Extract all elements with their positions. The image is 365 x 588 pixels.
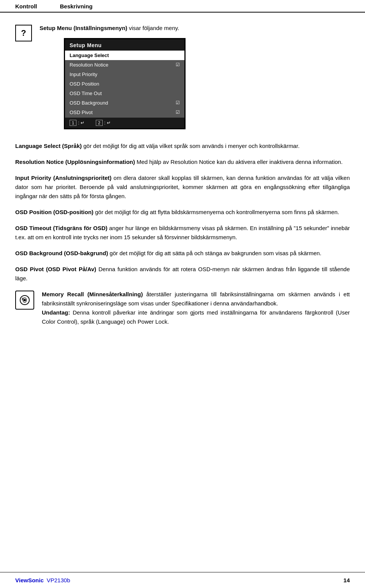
brand-name: ViewSonic — [15, 577, 44, 583]
osd-background-label: OSD Background (OSD-bakgrund) — [15, 250, 108, 256]
memory-recall-icon — [15, 291, 34, 310]
osd-item-language-select: Language Select — [65, 51, 184, 60]
memory-recall-text: Memory Recall (Minnesåterkallning) åters… — [42, 290, 350, 326]
setup-menu-suffix: visar följande meny. — [127, 25, 179, 31]
osd-background-text: gör det möjligt för dig att sätta på och… — [108, 250, 321, 256]
osd-item-osd-pivot: OSD Pivot ☑ — [65, 108, 184, 117]
osd-item-osd-background: OSD Background ☑ — [65, 98, 184, 108]
osd-item-input-priority: Input Priority — [65, 70, 184, 79]
osd-pivot-label: OSD Pivot (OSD Pivot På/Av) — [15, 266, 96, 272]
osd-position-desc: OSD Position (OSD-position) gör det möjl… — [15, 208, 350, 217]
setup-menu-intro: Setup Menu (Inställningsmenyn) visar föl… — [40, 24, 186, 33]
resolution-notice-text: Med hjälp av Resolution Notice kan du ak… — [135, 159, 343, 165]
undantag-label: Undantag: — [42, 309, 70, 316]
main-content: ? Setup Menu (Inställningsmenyn) visar f… — [0, 13, 365, 361]
osd-background-desc: OSD Background (OSD-bakgrund) gör det mö… — [15, 249, 350, 258]
svg-point-1 — [24, 299, 26, 301]
question-icon: ? — [15, 25, 32, 41]
osd-footer: 1 : ↵ 2 : ↵ — [65, 117, 184, 128]
language-select-desc: Language Select (Språk) gör det möjligt … — [15, 141, 350, 151]
language-select-text: gör det möjligt för dig att välja vilket… — [82, 143, 300, 149]
language-select-label: Language Select (Språk) — [15, 143, 82, 149]
osd-position-label: OSD Position (OSD-position) — [15, 209, 94, 215]
page-footer: ViewSonic VP2130b 14 — [0, 572, 365, 588]
model-name: VP2130b — [47, 577, 70, 583]
page-number: 14 — [343, 577, 350, 583]
footer-brand: ViewSonic VP2130b — [15, 577, 70, 583]
header-col2: Beskrivning — [60, 3, 93, 10]
osd-position-text: gör det möjligt för dig att flytta bilds… — [94, 209, 339, 215]
osd-timeout-label: OSD Timeout (Tidsgräns för OSD) — [15, 225, 107, 231]
header-col1: Kontroll — [15, 3, 37, 10]
osd-menu: Setup Menu Language Select Resolution No… — [64, 38, 186, 129]
osd-item-resolution-notice: Resolution Notice ☑ — [65, 60, 184, 70]
resolution-notice-desc: Resolution Notice (Upplösningsinformatio… — [15, 157, 350, 167]
input-priority-desc: Input Priority (Anslutningsprioritet) om… — [15, 173, 350, 201]
osd-menu-image: Setup Menu Language Select Resolution No… — [64, 38, 186, 129]
osd-item-osd-position: OSD Position — [65, 79, 184, 89]
memory-recall-label: Memory Recall (Minnesåterkallning) — [42, 291, 143, 297]
undantag-text: Denna kontroll påverkar inte ändringar s… — [42, 309, 350, 325]
setup-section: ? Setup Menu (Inställningsmenyn) visar f… — [15, 24, 350, 135]
osd-timeout-desc: OSD Timeout (Tidsgräns för OSD) anger hu… — [15, 224, 350, 242]
resolution-notice-label: Resolution Notice (Upplösningsinformatio… — [15, 159, 135, 165]
osd-menu-title: Setup Menu — [65, 39, 184, 51]
setup-menu-label: Setup Menu (Inställningsmenyn) — [40, 25, 127, 31]
page-header: Kontroll Beskrivning — [0, 0, 365, 13]
osd-item-osd-timeout: OSD Time Out — [65, 89, 184, 98]
memory-recall-section: Memory Recall (Minnesåterkallning) åters… — [15, 290, 350, 326]
input-priority-label: Input Priority (Anslutningsprioritet) — [15, 175, 111, 181]
osd-pivot-desc: OSD Pivot (OSD Pivot På/Av) Denna funkti… — [15, 265, 350, 283]
